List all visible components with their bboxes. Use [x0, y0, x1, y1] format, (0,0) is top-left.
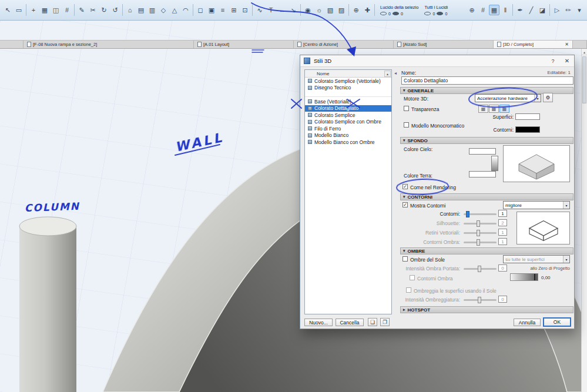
list-item[interactable]: Filo di Ferro [305, 125, 391, 132]
marquee-tool-icon[interactable]: ▭ [14, 5, 24, 15]
menu-icon[interactable]: ≡ [217, 5, 228, 15]
slant-icon[interactable]: ╱ [526, 5, 536, 15]
column-tool-icon[interactable]: ◇ [158, 5, 169, 15]
sun-icon[interactable]: ☼ [314, 5, 324, 15]
tab-a01-layout[interactable]: [A.01 Layout] [194, 41, 294, 48]
vector-hatch-slider[interactable] [464, 230, 497, 236]
ramp-tool-icon[interactable]: △ [169, 5, 180, 15]
layer-oval-icon[interactable] [380, 12, 387, 15]
ok-button[interactable]: OK [543, 317, 571, 327]
shading-intensity-value[interactable]: 0 [498, 296, 507, 303]
layer-oval-icon[interactable] [424, 12, 431, 15]
detail-tool-icon[interactable]: ⊡ [240, 5, 250, 15]
sky-color-swatch[interactable] [469, 148, 496, 155]
annotate-icon[interactable]: ✏ [563, 5, 573, 15]
zone-tool-icon[interactable]: ▣ [206, 5, 217, 15]
pen-set-icon[interactable]: ✒ [515, 5, 525, 15]
delete-button[interactable]: Cancella [336, 319, 364, 326]
scrollbar-thumb[interactable] [582, 56, 586, 103]
scroll-up-icon[interactable]: ▴ [582, 49, 587, 55]
style-name-input[interactable]: Colorato Dettagliato [401, 76, 573, 85]
list-header[interactable]: Nome ▴ [305, 70, 391, 78]
hatch-icon[interactable]: ▧ [325, 5, 336, 15]
text-tool-icon[interactable]: T [266, 5, 276, 15]
show-contours-checkbox[interactable]: ✓ [402, 202, 408, 207]
shadow-surfaces-dropdown[interactable]: su tutte le superfici ▾ [503, 255, 570, 263]
list-item[interactable]: Disegno Tecnico [305, 85, 391, 92]
section-ombre-header[interactable]: ▾ OMBRE [400, 247, 573, 254]
plus-icon[interactable]: + [28, 5, 39, 15]
quality-dropdown[interactable]: migliore ▾ [503, 201, 570, 209]
shadow-intensity-value[interactable]: 0 [498, 264, 507, 272]
transparency-mode-icon[interactable]: ▦ [489, 105, 499, 113]
slab-tool-icon[interactable]: ▤ [136, 5, 146, 15]
grid-snap-icon[interactable]: # [478, 5, 488, 15]
spline-tool-icon[interactable]: ∿ [254, 5, 265, 15]
layer-oval-filled-icon[interactable] [393, 12, 399, 15]
tab-centro-di-azione[interactable]: [Centro di Azione] [294, 41, 394, 48]
list-item-selected[interactable]: Colorato Dettagliato [305, 105, 391, 112]
contours-slider[interactable] [464, 211, 497, 217]
list-item[interactable]: Base (Vettoriale) [305, 98, 391, 105]
contours-color-swatch[interactable] [515, 126, 540, 133]
center-icon[interactable]: ⊕ [351, 5, 361, 15]
silhouette-slider[interactable] [464, 220, 497, 227]
gear-icon[interactable]: ⚙ [543, 93, 553, 102]
guide-grid-icon[interactable]: ▦ [489, 5, 499, 15]
engine-dropdown[interactable]: Accelerazione hardware ▾ [475, 94, 541, 102]
list-item[interactable]: Modello Bianco con Ombre [305, 139, 391, 146]
stretch-icon[interactable]: ↘ [288, 5, 298, 15]
transparency-checkbox[interactable] [404, 106, 409, 111]
vector-hatch-value[interactable]: 1 [498, 229, 507, 236]
pen-icon[interactable]: ✎ [76, 5, 87, 15]
list-item[interactable]: Colorato Semplice con Ombre [305, 119, 391, 126]
shadow-intensity-slider[interactable] [464, 266, 497, 272]
column-object[interactable] [19, 217, 76, 392]
panel-collapse-icon[interactable]: ◂ [394, 71, 397, 76]
list-item[interactable]: Modello Bianco [305, 132, 391, 139]
duplicate-icon[interactable]: ❏ [368, 318, 377, 326]
eraser-icon[interactable]: ◪ [537, 5, 548, 15]
section-contorni-header[interactable]: ▾ CONTORNI [400, 193, 573, 200]
layer-selection-toggles[interactable]: 0 0 [380, 12, 403, 16]
all-layers-toggles[interactable]: 0 0 [424, 12, 447, 16]
object-tool-icon[interactable]: ◻ [195, 5, 206, 15]
tab-3d-completo[interactable]: [3D / Completo] ✕ [494, 41, 573, 48]
cross-icon[interactable]: ✚ [362, 5, 373, 15]
shadow-contours-value[interactable]: 1 [498, 238, 507, 245]
background-gradient-strip[interactable] [491, 156, 498, 171]
vertical-scrollbar[interactable]: ▴ [581, 49, 587, 392]
list-item[interactable]: Colorato Semplice (Vettoriale) [305, 78, 391, 85]
tab-close-icon[interactable]: ✕ [560, 42, 569, 47]
roof-tool-icon[interactable]: ▥ [147, 5, 157, 15]
fill-icon[interactable]: ▨ [336, 5, 347, 15]
scroll-up-icon[interactable]: ▴ [384, 71, 391, 77]
layer-oval-filled-icon[interactable] [437, 12, 443, 15]
add-view-icon[interactable]: ⊞ [229, 5, 239, 15]
scissors-icon[interactable]: ✂ [88, 5, 98, 15]
section-hotspot-header[interactable]: ▸ HOTSPOT [400, 306, 573, 313]
shadow-gradient-slider[interactable] [510, 273, 538, 281]
tab-alzato-sud[interactable]: [Alzato Sud] [394, 41, 494, 48]
dialog-close-button[interactable]: ✕ [560, 55, 574, 67]
import-icon[interactable]: ❐ [380, 318, 390, 326]
arc-tool-icon[interactable]: ◠ [180, 5, 191, 15]
snap-icon[interactable]: ⊕ [467, 5, 477, 15]
as-in-rendering-checkbox[interactable]: ✓ [402, 184, 408, 189]
list-item[interactable]: Colorato Semplice [305, 112, 391, 119]
shading-intensity-slider[interactable] [464, 297, 497, 303]
cursor-icon[interactable]: ▷ [552, 5, 562, 15]
monochrome-checkbox[interactable] [404, 122, 409, 128]
shadow-contour-checkbox[interactable] [410, 275, 415, 280]
help-button[interactable]: ? [546, 55, 560, 67]
redo-icon[interactable]: ↻ [99, 5, 109, 15]
section-sfondo-header[interactable]: ▾ SFONDO [400, 137, 573, 144]
silhouette-value[interactable]: 2 [498, 219, 507, 226]
transparency-mode-icon[interactable]: ▦ [478, 105, 488, 113]
ground-color-swatch[interactable] [469, 171, 496, 177]
home-icon[interactable]: ⌂ [125, 5, 135, 15]
shadow-contours-slider[interactable] [464, 239, 497, 246]
window-tool-icon[interactable]: ◫ [51, 5, 61, 15]
arrow-tool-icon[interactable]: ↖ [2, 5, 13, 15]
tab-f08-nuova-rampa[interactable]: [F-08 Nuova rampa e sezione_2] [24, 41, 194, 48]
